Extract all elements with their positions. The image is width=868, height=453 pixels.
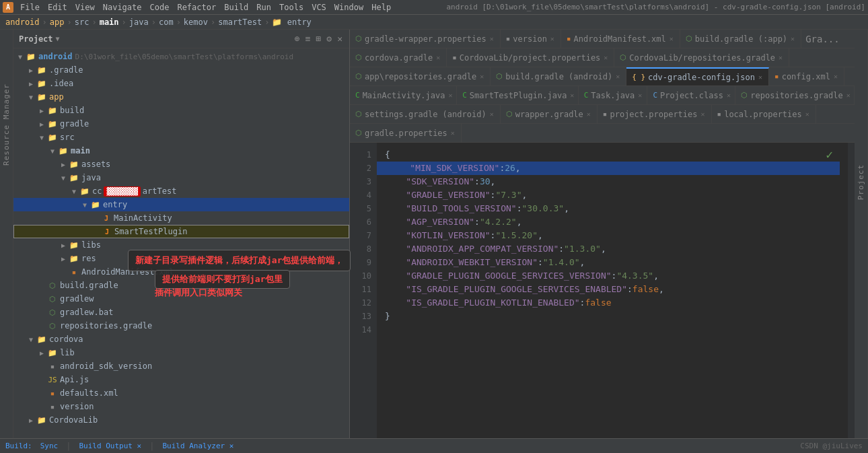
- tab-gradle-properties[interactable]: ⬡ gradle.properties ✕: [350, 124, 462, 142]
- breadcrumb-main[interactable]: main: [100, 18, 119, 27]
- tab-project-class[interactable]: C Project.class ✕: [647, 86, 735, 104]
- tree-item-java[interactable]: ▼ 📁 java: [13, 171, 349, 184]
- breadcrumb-android[interactable]: android: [5, 18, 40, 27]
- menu-refactor[interactable]: Refactor: [173, 0, 220, 14]
- tree-item-main[interactable]: ▼ 📁 main: [13, 144, 349, 158]
- tab-project-properties[interactable]: ▪ project.properties ✕: [598, 105, 712, 123]
- tab-cordova-gradle[interactable]: ⬡ cordova.gradle ✕: [350, 48, 447, 67]
- tab-close-btn[interactable]: ✕: [450, 129, 456, 137]
- tab-close-btn[interactable]: ✕: [569, 91, 575, 100]
- tab-close-btn[interactable]: ✕: [669, 34, 674, 43]
- breadcrumb-smarttest[interactable]: smartTest: [218, 18, 262, 27]
- build-tab[interactable]: Build:: [5, 442, 32, 450]
- tab-close-btn[interactable]: ✕: [778, 53, 783, 62]
- tab-close-btn[interactable]: ✕: [615, 72, 620, 81]
- tree-item-defaults-xml[interactable]: ▪ defaults.xml: [13, 386, 349, 400]
- tab-close-btn[interactable]: ✕: [805, 110, 810, 118]
- tab-app-repos[interactable]: ⬡ app\repositories.gradle ✕: [350, 67, 491, 85]
- tab-smarttestplugin[interactable]: C SmartTestPlugin.java ✕: [457, 86, 578, 104]
- build-output-tab[interactable]: Build Output ✕: [79, 442, 141, 450]
- tab-close-btn[interactable]: ✕: [550, 34, 555, 43]
- tree-item-cordova[interactable]: ▼ 📁 cordova: [13, 333, 349, 346]
- tree-item-assets[interactable]: ▶ 📁 assets: [13, 158, 349, 171]
- panel-settings-btn[interactable]: ⚙: [325, 34, 333, 44]
- panel-close-btn[interactable]: ✕: [336, 34, 344, 44]
- tree-item-smarttestplugin[interactable]: J SmartTestPlugin: [13, 225, 349, 238]
- tab-close-btn[interactable]: ✕: [637, 91, 643, 100]
- tree-item-gradlew-bat[interactable]: ⬡ gradlew.bat: [13, 306, 349, 319]
- panel-dropdown-icon[interactable]: ▼: [56, 35, 60, 42]
- vertical-scrollbar[interactable]: [848, 143, 855, 438]
- breadcrumb-java[interactable]: java: [129, 18, 149, 27]
- tree-item-package[interactable]: ▼ 📁 cc ▓▓▓▓▓▓▓ artTest: [13, 184, 349, 198]
- tab-mainactivity[interactable]: C MainActivity.java ✕: [350, 86, 457, 104]
- tree-item-mainactivity[interactable]: J MainActivity: [13, 211, 349, 225]
- tab-close-btn[interactable]: ✕: [846, 91, 851, 100]
- menu-tools[interactable]: Tools: [275, 0, 308, 14]
- breadcrumb-kemov[interactable]: kemov: [184, 18, 208, 27]
- menu-build[interactable]: Build: [220, 0, 252, 14]
- menu-help[interactable]: Help: [367, 0, 395, 14]
- tab-settings-gradle[interactable]: ⬡ settings.gradle (android) ✕: [350, 105, 501, 123]
- menu-vcs[interactable]: VCS: [308, 0, 330, 14]
- code-content[interactable]: ✓ { "MIN_SDK_VERSION": 26, "SDK_VERSION"…: [377, 143, 848, 438]
- tab-local-properties[interactable]: ▪ local.properties ✕: [712, 105, 816, 123]
- breadcrumb-entry[interactable]: 📁 entry: [272, 18, 311, 27]
- tab-repositories-gradle2[interactable]: ⬡ repositories.gradle ✕: [735, 86, 855, 104]
- tab-build-gradle-app[interactable]: ⬡ build.gradle (:app) ✕: [680, 30, 801, 48]
- tab-close-btn[interactable]: ✕: [700, 110, 706, 118]
- tab-close-btn[interactable]: ✕: [489, 110, 495, 118]
- resource-manager-strip[interactable]: Resource Manager: [0, 30, 13, 438]
- breadcrumb-src[interactable]: src: [75, 18, 89, 27]
- menu-window[interactable]: Window: [330, 0, 367, 14]
- tab-androidmanifest[interactable]: ▪ AndroidManifest.xml ✕: [561, 30, 680, 48]
- tree-item-idea[interactable]: ▶ 📁 .idea: [13, 77, 349, 90]
- menu-code[interactable]: Code: [146, 0, 174, 14]
- menu-edit[interactable]: Edit: [44, 0, 71, 14]
- tree-item-android[interactable]: ▼ 📁 android D:\01work_file\05demo\smartT…: [13, 50, 349, 63]
- tree-item-entry[interactable]: ▼ 📁 entry: [13, 198, 349, 211]
- tree-item-build[interactable]: ▶ 📁 build: [13, 104, 349, 117]
- tree-item-lib[interactable]: ▶ 📁 lib: [13, 346, 349, 359]
- panel-expand-btn[interactable]: ⊞: [315, 34, 323, 44]
- tab-close-btn[interactable]: ✕: [833, 72, 838, 81]
- tab-close-btn[interactable]: ✕: [790, 34, 795, 43]
- tree-item-api-js[interactable]: JS Api.js: [13, 373, 349, 386]
- panel-locate-btn[interactable]: ⊕: [293, 34, 301, 44]
- project-side-strip[interactable]: Project: [855, 30, 868, 438]
- menu-navigate[interactable]: Navigate: [99, 0, 146, 14]
- tab-close-btn[interactable]: ✕: [726, 91, 731, 100]
- tab-cordovalib-repos[interactable]: ⬡ CordovaLib/repositories.gradle ✕: [614, 48, 789, 67]
- tab-overflow-btn[interactable]: Gra...: [801, 30, 844, 48]
- tree-item-app[interactable]: ▼ 📁 app: [13, 90, 349, 104]
- tab-close-btn[interactable]: ✕: [603, 53, 608, 62]
- tree-item-src[interactable]: ▼ 📁 src: [13, 131, 349, 144]
- tab-cdv-gradle-config[interactable]: { } cdv-gradle-config.json ✕: [626, 67, 769, 85]
- tree-item-version[interactable]: ▪ version: [13, 400, 349, 413]
- sync-tab[interactable]: Sync: [40, 442, 59, 450]
- tab-cordovalib-project[interactable]: ▪ CordovaLib/project.properties ✕: [447, 48, 614, 67]
- tab-config-xml[interactable]: ▪ config.xml ✕: [769, 67, 844, 85]
- panel-collapse-btn[interactable]: ≡: [304, 34, 312, 44]
- tab-close-btn[interactable]: ✕: [435, 53, 441, 62]
- tab-close-btn[interactable]: ✕: [447, 91, 453, 100]
- breadcrumb-app[interactable]: app: [50, 18, 65, 27]
- breadcrumb-com[interactable]: com: [159, 18, 174, 27]
- tab-close-btn[interactable]: ✕: [489, 34, 495, 43]
- build-analyzer-tab[interactable]: Build Analyzer ✕: [162, 442, 233, 450]
- tab-task-java[interactable]: C Task.java ✕: [579, 86, 648, 104]
- menu-view[interactable]: View: [71, 0, 99, 14]
- tab-wrapper-gradle[interactable]: ⬡ wrapper.gradle ✕: [501, 105, 598, 123]
- tab-close-btn[interactable]: ✕: [479, 72, 484, 81]
- tree-item-sdk-version[interactable]: ▪ android_sdk_version: [13, 359, 349, 373]
- tab-version[interactable]: ▪ version ✕: [501, 30, 561, 48]
- menu-file[interactable]: File: [16, 0, 44, 14]
- tree-item-cordovalib[interactable]: ▶ 📁 CordovaLib: [13, 413, 349, 427]
- tab-close-btn[interactable]: ✕: [758, 73, 763, 81]
- tree-item-gradle-folder[interactable]: ▶ 📁 gradle: [13, 117, 349, 131]
- tree-item-repositories-gradle[interactable]: ⬡ repositories.gradle: [13, 319, 349, 333]
- tree-item-gradle-hidden[interactable]: ▶ 📁 .gradle: [13, 63, 349, 77]
- tab-build-gradle-android[interactable]: ⬡ build.gradle (android) ✕: [491, 67, 626, 85]
- tab-gradle-wrapper[interactable]: ⬡ gradle-wrapper.properties ✕: [350, 30, 501, 48]
- menu-run[interactable]: Run: [252, 0, 275, 14]
